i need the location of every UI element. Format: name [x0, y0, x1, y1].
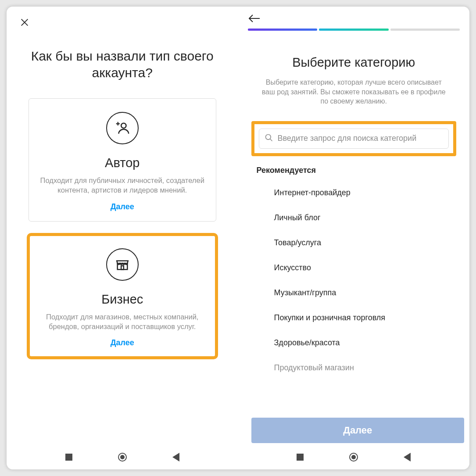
- category-item[interactable]: Товар/услуга: [257, 230, 451, 255]
- progress-bar: [248, 29, 460, 31]
- nav-recent-button[interactable]: [295, 452, 305, 462]
- card-description: Подходит для магазинов, местных компаний…: [38, 312, 207, 332]
- circle-icon: [118, 453, 127, 462]
- author-icon: [106, 112, 139, 144]
- page-title: Выберите категорию: [252, 55, 456, 70]
- next-button[interactable]: Далее: [251, 418, 465, 443]
- nav-back-button[interactable]: [402, 452, 412, 462]
- category-item[interactable]: Искусство: [257, 255, 451, 280]
- triangle-back-icon: [172, 453, 179, 462]
- page-subtitle: Выберите категорию, которая лучше всего …: [261, 78, 447, 106]
- progress-segment: [248, 29, 318, 31]
- card-description: Подходит для публичных личностей, создат…: [38, 175, 207, 195]
- search-input[interactable]: [278, 134, 444, 143]
- category-item[interactable]: Личный блог: [257, 205, 451, 230]
- square-icon: [65, 454, 72, 461]
- circle-icon: [349, 453, 358, 462]
- card-next-link[interactable]: Далее: [38, 338, 207, 347]
- svg-point-5: [265, 134, 271, 140]
- search-highlight-box: [251, 121, 457, 156]
- recommended-heading: Рекомендуется: [257, 166, 451, 175]
- nav-home-button[interactable]: [118, 452, 127, 462]
- category-item[interactable]: Здоровье/красота: [257, 330, 451, 355]
- category-item[interactable]: Продуктовый магазин: [257, 355, 451, 372]
- arrow-left-icon: [248, 14, 261, 25]
- page-title: Как бы вы назвали тип своего аккаунта?: [24, 48, 221, 81]
- back-button[interactable]: [247, 13, 262, 26]
- header-row: [15, 15, 229, 31]
- category-item[interactable]: Музыкант/группа: [257, 280, 451, 305]
- category-select-panel: Выберите категорию Выберите категорию, к…: [238, 7, 470, 469]
- header-row: [243, 12, 465, 27]
- triangle-back-icon: [404, 453, 411, 462]
- close-button[interactable]: [18, 17, 31, 30]
- android-nav-bar: [238, 447, 470, 467]
- search-field[interactable]: [259, 129, 449, 149]
- android-nav-bar: [7, 447, 238, 467]
- svg-line-6: [270, 139, 272, 141]
- category-item[interactable]: Покупки и розничная торговля: [257, 305, 451, 330]
- svg-rect-3: [121, 265, 124, 269]
- account-type-card-business[interactable]: Бизнес Подходит для магазинов, местных к…: [29, 235, 216, 358]
- card-title: Автор: [38, 156, 207, 170]
- nav-back-button[interactable]: [171, 452, 181, 462]
- card-next-link[interactable]: Далее: [38, 202, 207, 211]
- nav-recent-button[interactable]: [64, 452, 74, 462]
- search-icon: [265, 133, 278, 144]
- category-item[interactable]: Интернет-провайдер: [257, 180, 451, 205]
- svg-point-2: [121, 123, 126, 128]
- nav-home-button[interactable]: [349, 452, 358, 462]
- close-icon: [20, 18, 29, 29]
- category-list: Интернет-провайдер Личный блог Товар/усл…: [257, 180, 451, 372]
- square-icon: [297, 454, 304, 461]
- storefront-icon: [106, 248, 139, 281]
- progress-segment: [319, 29, 389, 31]
- card-title: Бизнес: [38, 292, 207, 307]
- account-type-card-author[interactable]: Автор Подходит для публичных личностей, …: [29, 98, 216, 222]
- account-type-panel: Как бы вы назвали тип своего аккаунта? А…: [7, 7, 238, 469]
- progress-segment: [390, 29, 460, 31]
